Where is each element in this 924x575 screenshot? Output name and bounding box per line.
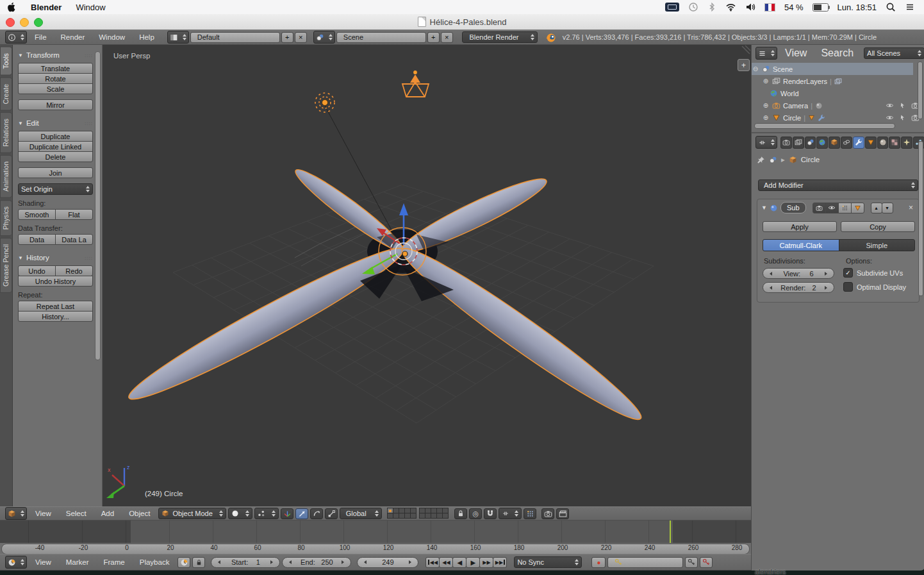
- corner-resize-grip[interactable]: [742, 46, 750, 54]
- repeat-last-button[interactable]: Repeat Last: [18, 301, 93, 312]
- frame-end-field[interactable]: End: 250: [282, 557, 351, 568]
- menu-select[interactable]: Select: [60, 510, 93, 517]
- panel-header-history[interactable]: ▼ History ::::: [18, 254, 93, 262]
- insert-keyframe-button[interactable]: [685, 557, 698, 568]
- optimal-display-checkbox[interactable]: Optimal Display: [843, 282, 906, 292]
- editor-type-timeline-button[interactable]: [5, 556, 27, 569]
- wifi-icon[interactable]: [725, 2, 736, 12]
- zoom-window-button[interactable]: [34, 18, 43, 27]
- modifier-expand-icon[interactable]: ▼: [761, 204, 767, 211]
- editor-type-info-button[interactable]: [5, 31, 27, 44]
- apple-menu[interactable]: [0, 2, 24, 12]
- volume-icon[interactable]: [745, 2, 755, 12]
- render-opengl-anim-button[interactable]: [556, 508, 569, 519]
- jump-to-start-button[interactable]: ◀◀: [425, 557, 440, 568]
- menu-help[interactable]: Help: [133, 33, 161, 41]
- outliner-scrollbar-vertical[interactable]: [918, 62, 923, 119]
- modifier-move-up-button[interactable]: ▲: [871, 203, 882, 213]
- outliner-row-renderlayers[interactable]: ⊕ RenderLayers |: [752, 75, 923, 87]
- tab-material[interactable]: [877, 137, 889, 149]
- selectable-toggle-icon[interactable]: [899, 102, 906, 109]
- modifier-show-edit-toggle[interactable]: [838, 203, 852, 213]
- delete-scene-button[interactable]: ×: [441, 32, 453, 43]
- snap-toggle-button[interactable]: [484, 508, 497, 519]
- jump-to-end-button[interactable]: ▶▶: [493, 557, 507, 568]
- tab-modifiers[interactable]: [853, 137, 864, 149]
- tab-create[interactable]: Create: [0, 78, 12, 111]
- rotate-button[interactable]: Rotate: [18, 73, 93, 84]
- auto-keyframe-button[interactable]: ●: [591, 557, 606, 568]
- menubar-clock[interactable]: Lun. 18:51: [837, 3, 877, 12]
- editor-type-outliner-button[interactable]: [755, 47, 777, 60]
- menu-object[interactable]: Object: [122, 510, 156, 517]
- render-opengl-button[interactable]: [541, 508, 554, 519]
- menu-view-outliner[interactable]: View: [779, 47, 813, 59]
- properties-region-expand-button[interactable]: +: [738, 59, 750, 71]
- panel-grip-icon[interactable]: ::::: [85, 121, 93, 126]
- undo-button[interactable]: Undo: [18, 265, 56, 276]
- snap-element-dropdown[interactable]: [499, 508, 522, 519]
- outliner-row-camera[interactable]: ⊕ Camera |: [752, 99, 923, 112]
- screen-layout-icon-button[interactable]: [167, 31, 189, 44]
- hide-toggle-icon[interactable]: [886, 101, 894, 110]
- frame-start-field[interactable]: Start: 1: [211, 557, 280, 568]
- subdivision-type-simple[interactable]: Simple: [839, 239, 916, 251]
- menu-render[interactable]: Render: [54, 33, 92, 41]
- timeline-scrollbar[interactable]: -40 -20 0 20 40 60 80 100 120 140 160 18…: [0, 543, 751, 554]
- scene-icon-button[interactable]: [313, 31, 335, 44]
- app-menu-blender[interactable]: Blender: [24, 3, 69, 12]
- tab-grease-pencil[interactable]: Grease Pencil: [0, 238, 12, 293]
- notification-center-icon[interactable]: [905, 2, 915, 12]
- mode-dropdown[interactable]: Object Mode: [158, 508, 226, 519]
- duplicate-linked-button[interactable]: Duplicate Linked: [18, 141, 93, 152]
- modifier-copy-button[interactable]: Copy: [841, 221, 915, 232]
- panel-grip-icon[interactable]: ::::: [85, 53, 93, 58]
- duplicate-button[interactable]: Duplicate: [18, 131, 93, 142]
- history-button[interactable]: History...: [18, 311, 93, 322]
- layer-widget[interactable]: [388, 508, 449, 519]
- outliner-filter-dropdown[interactable]: All Scenes: [864, 47, 924, 59]
- toolshelf-scrollbar[interactable]: [95, 51, 101, 360]
- outliner-row-circle[interactable]: ⊕ Circle |: [752, 112, 923, 124]
- snap-target-button[interactable]: [524, 508, 536, 519]
- window-titlebar[interactable]: Hélice-4-Pales.blend: [0, 14, 924, 30]
- proportional-edit-button[interactable]: ◎: [469, 508, 482, 519]
- current-frame-field[interactable]: 249: [357, 557, 418, 568]
- add-scene-button[interactable]: +: [427, 32, 440, 43]
- expand-icon[interactable]: ⊕: [762, 78, 770, 85]
- menu-file[interactable]: File: [28, 33, 53, 41]
- subdivision-type-catmull-clark[interactable]: Catmull-Clark: [763, 239, 839, 251]
- join-button[interactable]: Join: [18, 167, 93, 178]
- menu-window[interactable]: Window: [92, 33, 131, 41]
- delete-keyframe-button[interactable]: [700, 557, 713, 568]
- modifier-show-cage-toggle[interactable]: [851, 203, 864, 213]
- tab-data[interactable]: [865, 137, 877, 149]
- tab-physics[interactable]: Physics: [0, 200, 12, 236]
- data-button[interactable]: Data: [18, 234, 56, 245]
- scene-name-field[interactable]: Scene: [336, 32, 426, 43]
- close-window-button[interactable]: [6, 18, 15, 27]
- manipulator-scale-button[interactable]: [325, 508, 338, 519]
- propeller-mesh[interactable]: [121, 163, 650, 431]
- tab-tools[interactable]: Tools: [0, 47, 12, 76]
- subdivisions-view-slider[interactable]: View: 6: [763, 268, 834, 279]
- menu-add[interactable]: Add: [95, 510, 120, 517]
- panel-header-edit[interactable]: ▼ Edit ::::: [18, 119, 93, 127]
- delete-button[interactable]: Delete: [18, 151, 93, 162]
- menu-frame[interactable]: Frame: [97, 558, 131, 566]
- panel-header-transform[interactable]: ▼ Transform ::::: [18, 51, 93, 59]
- menu-view[interactable]: View: [29, 510, 58, 517]
- add-layout-button[interactable]: +: [281, 32, 293, 43]
- lamp-object[interactable]: [315, 93, 334, 112]
- selectable-toggle-icon[interactable]: [899, 114, 906, 121]
- properties-scrollbar[interactable]: [918, 141, 923, 296]
- mirror-button[interactable]: Mirror: [18, 99, 93, 110]
- camera-object[interactable]: [402, 71, 429, 97]
- add-modifier-dropdown[interactable]: Add Modifier: [758, 179, 918, 191]
- set-origin-dropdown[interactable]: Set Origin: [18, 183, 93, 195]
- breadcrumb-object-name[interactable]: Circle: [801, 156, 820, 163]
- outliner-row-world[interactable]: World: [752, 87, 924, 99]
- modifier-show-viewport-toggle[interactable]: [825, 203, 839, 213]
- pivot-point-dropdown[interactable]: [254, 508, 279, 519]
- outliner-scrollbar-horizontal[interactable]: [754, 123, 895, 129]
